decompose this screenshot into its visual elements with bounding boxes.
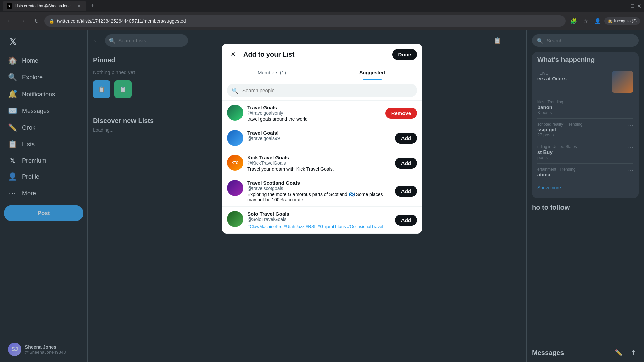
tab-favicon: 𝕏 (7, 3, 12, 9)
address-bar[interactable]: 🔒 twitter.com/i/lists/174238425264440571… (44, 15, 566, 27)
list-item: Travel Goals @travelgoalsonly travel goa… (222, 101, 422, 126)
address-text: twitter.com/i/lists/1742384252644405711/… (57, 18, 186, 24)
tab-members[interactable]: Members (1) (222, 65, 322, 80)
modal-search-wrapper: 🔍 (227, 84, 417, 97)
user-display-name: Travel Goals (247, 105, 381, 110)
close-icon: ✕ (231, 51, 236, 58)
avatar (227, 211, 243, 227)
modal-close-button[interactable]: ✕ (227, 48, 239, 60)
user-list-info: Travel Goals @travelgoalsonly travel goa… (247, 105, 381, 122)
remove-button[interactable]: Remove (385, 108, 417, 119)
incognito-label: Incognito (2) (614, 19, 637, 23)
add-to-list-modal: ✕ Add to your List Done Members (1) Sugg… (222, 44, 422, 234)
user-list-info: Travel Scotland Goals @travelscotgoals E… (247, 180, 391, 202)
lock-icon: 🔒 (49, 19, 54, 24)
modal-title: Add to your List (239, 51, 392, 58)
add-button[interactable]: Add (395, 158, 417, 169)
bookmark-button[interactable]: ☆ (580, 16, 591, 26)
modal-search-icon: 🔍 (232, 87, 238, 94)
user-handle: @travelgoalsonly (247, 110, 381, 116)
browser-chrome: 𝕏 Lists created by @SheenaJone... ✕ + ─ … (0, 0, 644, 30)
modal-header: ✕ Add to your List Done (222, 44, 422, 65)
browser-right-controls: 🧩 ☆ 👤 🕵️ Incognito (2) (568, 16, 640, 26)
user-list-info: Solo Travel Goals @SoloTravelGoals #Claw… (247, 211, 391, 229)
reload-button[interactable]: ↻ (31, 16, 42, 26)
list-item: KTG Kick Travel Goals @KickTravelGoals T… (222, 150, 422, 176)
avatar (227, 130, 243, 146)
user-display-name: Solo Travel Goals (247, 211, 391, 217)
hashtag-link[interactable]: #ClawMachinePro #UtahJazz #RSL #GujaratT… (247, 224, 383, 229)
incognito-badge: 🕵️ Incognito (2) (604, 17, 640, 25)
add-button[interactable]: Add (395, 133, 417, 144)
browser-controls: ← → ↻ 🔒 twitter.com/i/lists/174238425264… (0, 12, 644, 30)
active-tab[interactable]: 𝕏 Lists created by @SheenaJone... ✕ (3, 1, 86, 11)
profile-button[interactable]: 👤 (592, 16, 603, 26)
user-handle: @travelscotgoals (247, 186, 391, 191)
avatar (227, 180, 243, 196)
user-bio: Exploring the more Glamorous parts of Sc… (247, 192, 391, 202)
incognito-icon: 🕵️ (608, 19, 613, 23)
list-item: Travel Scotland Goals @travelscotgoals E… (222, 176, 422, 207)
user-display-name: Kick Travel Goals (247, 155, 391, 160)
list-item: Solo Travel Goals @SoloTravelGoals #Claw… (222, 207, 422, 234)
user-handle: @SoloTravelGoals (247, 217, 391, 222)
avatar (227, 105, 243, 121)
back-button[interactable]: ← (4, 16, 15, 26)
avatar-text: KTG (231, 161, 238, 165)
modal-user-list: Travel Goals @travelgoalsonly travel goa… (222, 101, 422, 234)
modal-search-section: 🔍 (222, 80, 422, 101)
tab-suggested[interactable]: Suggested (322, 65, 422, 80)
user-display-name: Travel Goals! (247, 130, 391, 136)
tab-label: Lists created by @SheenaJone... (15, 4, 74, 8)
modal-done-button[interactable]: Done (392, 49, 417, 60)
user-bio: Travel your dream with Kick Travel Goals… (247, 166, 391, 172)
avatar: KTG (227, 155, 243, 171)
user-list-info: Travel Goals! @travelgoals99 (247, 130, 391, 141)
list-item: Travel Goals! @travelgoals99 Add (222, 126, 422, 150)
minimize-button[interactable]: ─ (625, 3, 628, 9)
modal-tabs: Members (1) Suggested (222, 65, 422, 80)
forward-button[interactable]: → (17, 16, 28, 26)
user-handle: @travelgoals99 (247, 136, 391, 141)
modal-search-input[interactable] (227, 84, 417, 97)
new-tab-button[interactable]: + (88, 1, 97, 11)
extensions-button[interactable]: 🧩 (568, 16, 579, 26)
add-button[interactable]: Add (395, 215, 417, 226)
close-window-button[interactable]: ✕ (637, 3, 641, 9)
hashtags-row: #ClawMachinePro #UtahJazz #RSL #GujaratT… (247, 223, 391, 229)
user-handle: @KickTravelGoals (247, 160, 391, 166)
user-display-name: Travel Scotland Goals (247, 180, 391, 186)
browser-tabs: 𝕏 Lists created by @SheenaJone... ✕ + ─ … (0, 0, 644, 12)
user-list-info: Kick Travel Goals @KickTravelGoals Trave… (247, 155, 391, 172)
add-button[interactable]: Add (395, 186, 417, 197)
user-bio: travel goals around the world (247, 116, 381, 122)
maximize-button[interactable]: □ (631, 3, 634, 9)
modal-overlay: ✕ Add to your List Done Members (1) Sugg… (0, 30, 644, 362)
tab-close-button[interactable]: ✕ (77, 3, 82, 9)
